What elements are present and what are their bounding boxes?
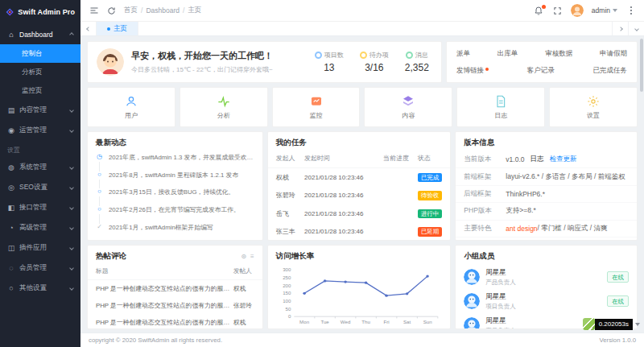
quick-link[interactable]: 发博链接 [456,66,489,76]
task-time: 2021/01/28 10:23:46 [304,204,383,223]
version-row-label: 当前版本 [464,155,506,164]
stat: 项目数13 [315,51,344,73]
breadcrumb-item[interactable]: Dashboard [146,6,180,14]
quick-link[interactable]: 客户记录 [527,66,555,76]
sidebar-item[interactable]: ▤内容管理 [0,100,80,120]
breadcrumb-item[interactable]: 主页 [188,6,201,15]
app-title: Swift Admin Pro [18,8,75,16]
task-owner: 岳飞 [268,204,304,223]
task-time: 2021/01/28 10:23:46 [304,168,383,187]
collapse-menu-icon[interactable] [89,6,99,16]
debug-trace-badge[interactable]: 0.202053s [583,318,640,330]
tabbar: 主页 [80,22,644,36]
sidebar-item[interactable]: ◔高级管理 [0,217,80,238]
sidebar-item-label: 插件应用 [19,243,47,253]
sidebar-subitem[interactable]: 监控页 [0,81,80,100]
tabs-scroll-right[interactable] [612,22,628,35]
shortcut-card-用户[interactable]: 用户 [87,87,175,127]
sidebar-item[interactable]: ◌会员管理 [0,258,80,278]
more-settings-icon[interactable] [625,6,636,16]
tabs-menu[interactable] [628,22,644,35]
sidebar-menu: ⌂Dashboard控制台分析页监控页▤内容管理◉运营管理 设置 ◍系统管理◎S… [0,24,80,347]
member-avatar [464,317,480,329]
comment-row[interactable]: PHP 是一种创建动态交互性站点的强有力的服务器端脚本语言权栈 [88,280,262,298]
breadcrumb: 首页/Dashboard/主页 [124,6,201,15]
sidebar-item[interactable]: ◉运营管理 [0,120,80,140]
status-badge: 已延期 [418,227,443,237]
stat-value: 13 [315,62,344,73]
version-row-label: PHP版本 [464,206,506,216]
shortcut-card-监控[interactable]: 监控 [272,87,361,127]
refresh-icon[interactable] [106,6,117,16]
visit-growth-card: 访问增长率 050100150200250300MonTueWedThuFriS… [267,245,452,329]
fullscreen-icon[interactable] [552,6,563,16]
thinkphp-logo-icon [583,318,595,330]
check-icon: ✓ [96,224,103,232]
team-title: 小组成员 [456,246,637,265]
advanced-icon: ◔ [7,224,15,232]
card-gear-icon[interactable]: ⊙ [241,253,246,260]
chevron-down-icon [69,165,74,170]
sidebar-item[interactable]: ◍系统管理 [0,157,80,177]
quick-link[interactable]: 审核数据 [545,49,572,59]
svg-text:100: 100 [283,299,291,304]
shortcut-card-内容[interactable]: 内容 [364,87,452,127]
quick-link[interactable]: 申请假期 [600,49,627,59]
card-menu-icon[interactable]: ≡ [250,253,254,260]
sidebar-item[interactable]: ○其他设置 [0,278,80,298]
sidebar-item[interactable]: ◧接口管理 [0,197,80,217]
version-link[interactable]: 检查更新 [550,155,577,164]
tab-home[interactable]: 主页 [97,22,138,35]
notification-bell-icon[interactable] [534,6,544,16]
comment-row[interactable]: PHP 是一种创建动态交互性站点的强有力的服务器端脚本语言权栈 [88,314,262,329]
timeline-item: ○2021年2月26日，在元宵节编写完成发布工作。 [96,206,254,224]
user-avatar[interactable] [571,4,584,17]
timeline-item: ○2021年3月15日，接收反馈BUG，持续优化。 [96,188,254,206]
comment-row[interactable]: PHP 是一种创建动态交互性站点的强有力的服务器端脚本语言张碧玲 [88,297,262,314]
app-logo[interactable]: Swift Admin Pro [0,0,80,24]
task-time: 2021/01/28 10:23:46 [304,187,383,205]
member-name: 周星星 [485,292,516,302]
member-avatar [464,269,480,285]
app-window: Swift Admin Pro ⌂Dashboard控制台分析页监控页▤内容管理… [0,0,644,347]
sidebar-subitem[interactable]: 分析页 [0,63,80,81]
svg-text:Mon: Mon [299,320,309,324]
sidebar-item[interactable]: ⌂Dashboard [0,24,80,44]
sidebar-subitem[interactable]: 控制台 [0,44,80,63]
timeline-item: ✓2021年1月，swiftAdmin框架开始编写 [96,224,254,241]
hot-comments-card: 热帖评论 ⊙ ≡ 标题 发帖人 PHP 是一种创建动态交互性站点的强有力的服务器… [87,245,263,329]
comment-author: 张碧玲 [233,297,262,314]
quick-link[interactable]: 出库单 [497,49,518,59]
latest-news-title: 最新动态 [88,132,262,151]
hot-comments-table: 标题 发帖人 PHP 是一种创建动态交互性站点的强有力的服务器端脚本语言权栈PH… [88,265,262,329]
shortcut-card-日志[interactable]: 日志 [456,87,545,127]
tabs-scroll-left[interactable] [80,22,97,35]
task-row: 岳飞2021/01/28 10:23:46进行中 [268,204,451,223]
version-link[interactable]: 日志 [530,155,544,164]
home-icon: ⌂ [7,31,15,39]
version-row-value: v1.0.0 [506,155,524,163]
debug-caret-icon [635,323,640,326]
version-row: 前端框架layui-v2.6.* / 多语言 / 多布局 / 前端鉴权 [456,168,637,185]
stat-value: 2,352 [405,62,429,73]
quick-link[interactable]: 派单 [456,49,470,59]
user-menu[interactable]: admin [592,6,617,14]
quick-link[interactable]: 已完成任务 [593,66,628,76]
chevron-down-icon [69,225,74,230]
breadcrumb-item[interactable]: 首页 [124,6,138,15]
shortcut-label: 设置 [587,111,600,120]
quick-links-card: 派单出库单审核数据申请假期发博链接客户记录已完成任务 [446,41,638,83]
shortcut-card-分析[interactable]: 分析 [180,87,268,127]
line-chart: 050100150200250300MonTueWedThuFriSatSun [268,265,451,328]
shortcut-card-设置[interactable]: 设置 [549,87,638,127]
svg-text:300: 300 [283,268,291,273]
task-col-header: 发起时间 [304,151,383,168]
my-tasks-title: 我的任务 [268,132,451,151]
member-role: 产品负责人 [485,279,516,287]
circle-icon: ○ [96,188,103,196]
member-row: 周星星产品负责人在线 [456,265,637,289]
scrollbar-thumb[interactable] [640,39,643,92]
sidebar-item[interactable]: ◎SEO设置 [0,177,80,197]
sidebar-item[interactable]: ◫插件应用 [0,238,80,258]
member-name: 周星星 [485,316,516,326]
